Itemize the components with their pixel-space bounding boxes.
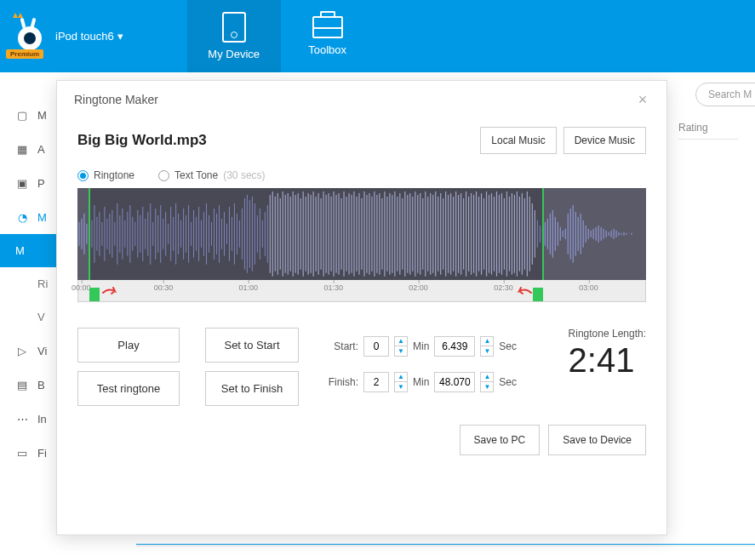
chevron-up-icon[interactable]: ▲ bbox=[395, 337, 407, 346]
finish-label: Finish: bbox=[324, 376, 358, 388]
set-start-button[interactable]: Set to Start bbox=[205, 328, 299, 363]
tick: 00:30 bbox=[154, 283, 174, 292]
toolbox-icon bbox=[312, 16, 343, 38]
premium-badge: Premium bbox=[6, 49, 43, 59]
chevron-up-icon[interactable]: ▲ bbox=[395, 373, 407, 382]
tick: 02:30 bbox=[494, 283, 513, 292]
music-icon: ◔ bbox=[15, 210, 29, 224]
finish-sec-input[interactable] bbox=[434, 372, 475, 392]
start-min-spinner[interactable]: ▲▼ bbox=[394, 336, 408, 357]
finish-min-spinner[interactable]: ▲▼ bbox=[394, 372, 408, 392]
phone-icon: ▢ bbox=[15, 108, 29, 122]
radio-label: Ringtone bbox=[94, 169, 134, 181]
chevron-down-icon[interactable]: ▼ bbox=[395, 346, 407, 356]
start-time-row: Start: ▲▼ Min ▲▼ Sec bbox=[324, 336, 517, 357]
close-icon[interactable]: × bbox=[636, 93, 649, 106]
top-bar: Premium iPod touch6 ▾ My Device Toolbox bbox=[0, 0, 755, 72]
start-sec-spinner[interactable]: ▲▼ bbox=[480, 336, 494, 357]
chevron-up-icon[interactable]: ▲ bbox=[481, 337, 493, 346]
message-icon: ⋯ bbox=[15, 412, 29, 426]
tick: 01:00 bbox=[239, 283, 259, 292]
search-input[interactable]: Search M bbox=[695, 83, 755, 106]
arrow-left-icon bbox=[512, 286, 533, 300]
chevron-down-icon[interactable]: ▼ bbox=[481, 346, 493, 356]
chevron-down-icon: ▾ bbox=[117, 30, 123, 43]
image-icon: ▣ bbox=[15, 176, 29, 190]
tick: 01:30 bbox=[323, 283, 343, 292]
length-value: 2:41 bbox=[569, 341, 646, 380]
device-icon bbox=[222, 12, 246, 43]
local-music-button[interactable]: Local Music bbox=[480, 127, 556, 154]
app-logo-icon: Premium bbox=[13, 20, 47, 54]
radio-hint: (30 secs) bbox=[223, 169, 265, 181]
tick: 03:00 bbox=[579, 283, 598, 292]
arrow-right-icon bbox=[101, 286, 122, 300]
divider bbox=[136, 544, 755, 545]
selection-region[interactable] bbox=[89, 188, 543, 280]
book-icon: ▤ bbox=[15, 378, 29, 391]
set-finish-button[interactable]: Set to Finish bbox=[205, 371, 299, 406]
radio-ringtone[interactable]: Ringtone bbox=[77, 169, 134, 181]
sec-label: Sec bbox=[499, 340, 517, 352]
timeline[interactable]: 00:00 00:30 01:00 01:30 02:00 02:30 03:0… bbox=[77, 280, 646, 302]
test-ringtone-button[interactable]: Test ringtone bbox=[77, 371, 180, 406]
start-label: Start: bbox=[324, 340, 358, 352]
chevron-down-icon[interactable]: ▼ bbox=[481, 382, 493, 391]
ringtone-maker-modal: Ringtone Maker × Big Big World.mp3 Local… bbox=[56, 80, 667, 535]
folder-icon: ▭ bbox=[15, 446, 29, 460]
radio-texttone[interactable]: Text Tone (30 secs) bbox=[158, 169, 266, 181]
column-header-rating[interactable]: Rating bbox=[678, 122, 738, 140]
play-icon: ▷ bbox=[15, 344, 29, 357]
tab-label: Toolbox bbox=[308, 43, 346, 56]
save-to-pc-button[interactable]: Save to PC bbox=[460, 425, 541, 455]
end-handle[interactable] bbox=[533, 288, 543, 301]
tick: 00:00 bbox=[71, 283, 91, 292]
radio-label: Text Tone bbox=[174, 169, 218, 181]
finish-sec-spinner[interactable]: ▲▼ bbox=[480, 372, 494, 392]
tick: 02:00 bbox=[409, 283, 428, 292]
tab-toolbox[interactable]: Toolbox bbox=[281, 0, 375, 72]
finish-min-input[interactable] bbox=[363, 372, 389, 392]
filename-label: Big Big World.mp3 bbox=[77, 132, 207, 149]
chevron-down-icon[interactable]: ▼ bbox=[395, 382, 407, 391]
min-label: Min bbox=[413, 376, 429, 388]
device-music-button[interactable]: Device Music bbox=[563, 127, 646, 154]
modal-title: Ringtone Maker bbox=[74, 93, 158, 106]
start-handle[interactable] bbox=[89, 288, 100, 301]
sec-label: Sec bbox=[499, 376, 517, 388]
save-to-device-button[interactable]: Save to Device bbox=[548, 425, 646, 455]
grid-icon: ▦ bbox=[15, 142, 29, 156]
start-min-input[interactable] bbox=[363, 336, 389, 357]
radio-dot-icon bbox=[158, 170, 169, 181]
min-label: Min bbox=[413, 340, 429, 352]
tab-label: My Device bbox=[208, 48, 260, 60]
logo-area: Premium iPod touch6 ▾ bbox=[0, 20, 136, 54]
device-dropdown[interactable]: iPod touch6 ▾ bbox=[55, 30, 123, 43]
radio-dot-icon bbox=[77, 170, 89, 181]
start-sec-input[interactable] bbox=[434, 336, 475, 357]
waveform[interactable] bbox=[77, 188, 646, 280]
finish-time-row: Finish: ▲▼ Min ▲▼ Sec bbox=[324, 372, 517, 392]
length-label: Ringtone Length: bbox=[569, 328, 646, 340]
chevron-up-icon[interactable]: ▲ bbox=[481, 373, 493, 382]
device-label: iPod touch6 bbox=[55, 30, 114, 43]
tab-my-device[interactable]: My Device bbox=[187, 0, 281, 72]
play-button[interactable]: Play bbox=[77, 328, 180, 363]
